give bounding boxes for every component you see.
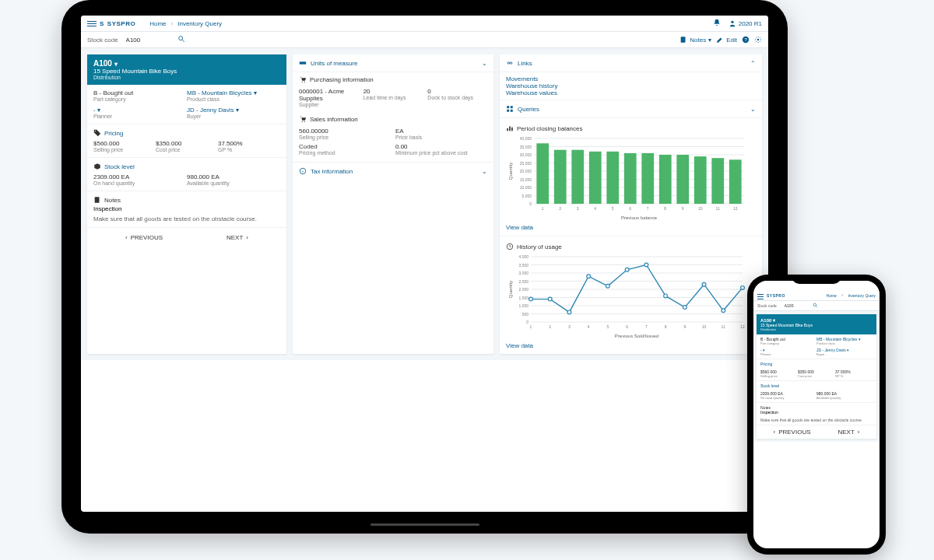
stockcode-input[interactable] bbox=[785, 303, 808, 308]
version-label: 2020 R1 bbox=[739, 20, 762, 27]
stock-title: Stock level bbox=[104, 163, 135, 170]
svg-text:4: 4 bbox=[594, 206, 596, 211]
user-badge[interactable]: 2020 R1 bbox=[729, 19, 762, 27]
svg-point-110 bbox=[702, 282, 706, 286]
svg-text:2,000: 2,000 bbox=[518, 287, 528, 292]
links-header[interactable]: Links ⌃ bbox=[500, 54, 762, 72]
edit-button[interactable]: Edit bbox=[716, 36, 737, 44]
stock-section: Stock level 2309.000 EAOn hand quantity … bbox=[87, 157, 286, 191]
part-category-label: Part category bbox=[93, 96, 187, 102]
queries-header[interactable]: Queries ⌄ bbox=[500, 100, 762, 118]
svg-point-108 bbox=[664, 294, 668, 298]
svg-text:2: 2 bbox=[559, 206, 561, 211]
svg-text:8: 8 bbox=[664, 206, 666, 211]
buyer-label: Buyer bbox=[187, 114, 280, 119]
search-icon[interactable] bbox=[813, 303, 818, 309]
item-card: A100 ▾ 15 Speed Mountain Bike Boys Distr… bbox=[757, 314, 876, 439]
svg-text:10,000: 10,000 bbox=[520, 185, 532, 190]
brand-name: SYSPRO bbox=[767, 293, 785, 298]
svg-rect-46 bbox=[554, 150, 567, 204]
svg-text:8: 8 bbox=[665, 324, 667, 329]
menu-icon[interactable] bbox=[87, 19, 97, 27]
buyer-value[interactable]: JD - Jenny Davis ▾ bbox=[187, 107, 280, 114]
svg-rect-9 bbox=[300, 61, 306, 64]
svg-text:12: 12 bbox=[733, 206, 738, 211]
breadcrumb-home[interactable]: Home bbox=[149, 20, 166, 27]
prev-button[interactable]: ‹ PREVIOUS bbox=[773, 429, 810, 436]
svg-rect-48 bbox=[571, 150, 584, 204]
svg-rect-50 bbox=[589, 152, 602, 204]
search-row: Stock code bbox=[753, 301, 880, 311]
view-data-line[interactable]: View data bbox=[500, 342, 762, 354]
svg-point-102 bbox=[548, 297, 552, 301]
stockcode-input[interactable] bbox=[126, 37, 173, 44]
svg-text:12: 12 bbox=[740, 324, 745, 329]
link-warehouse-values[interactable]: Warehouse values bbox=[506, 89, 756, 96]
onhand-value: 2309.000 EA bbox=[93, 173, 187, 180]
svg-point-6 bbox=[757, 39, 760, 41]
svg-text:500: 500 bbox=[522, 312, 529, 317]
uom-header[interactable]: Units of measure ⌄ bbox=[293, 54, 493, 72]
svg-point-106 bbox=[625, 268, 629, 271]
supplier-value[interactable]: 0000001 - Acme Supplies bbox=[299, 88, 359, 102]
svg-rect-52 bbox=[606, 152, 619, 204]
svg-text:0: 0 bbox=[526, 320, 528, 324]
bell-icon[interactable] bbox=[713, 19, 721, 28]
svg-point-17 bbox=[507, 62, 510, 65]
search-icon[interactable] bbox=[177, 35, 185, 44]
phone-notch bbox=[792, 275, 841, 284]
pricing-title: Pricing bbox=[104, 130, 123, 137]
user-icon bbox=[729, 19, 736, 27]
svg-text:6: 6 bbox=[626, 324, 628, 329]
product-class-value[interactable]: MB - Mountain Bicycles ▾ bbox=[187, 89, 280, 96]
item-card: A100 ▾ 15 Speed Mountain Bike Boys Distr… bbox=[87, 54, 286, 354]
chevron-right-icon: › bbox=[171, 20, 174, 27]
svg-text:11: 11 bbox=[721, 324, 725, 329]
purchasing-header: Purchasing information bbox=[293, 72, 493, 86]
svg-rect-64 bbox=[711, 158, 724, 204]
svg-rect-23 bbox=[507, 128, 508, 131]
svg-text:1: 1 bbox=[530, 324, 532, 329]
svg-text:1,000: 1,000 bbox=[518, 303, 528, 308]
grid-icon bbox=[506, 105, 514, 113]
svg-point-13 bbox=[304, 121, 305, 122]
pricing-section: Pricing $560.000Selling price $350.000Co… bbox=[87, 124, 286, 157]
svg-text:Quantity: Quantity bbox=[508, 281, 513, 298]
svg-text:20,000: 20,000 bbox=[520, 169, 532, 173]
notes-title: Notes bbox=[104, 197, 121, 204]
svg-rect-19 bbox=[507, 106, 509, 108]
svg-point-115 bbox=[813, 303, 816, 306]
planner-value[interactable]: - ▾ bbox=[93, 107, 187, 114]
svg-text:Quantity: Quantity bbox=[508, 163, 513, 180]
svg-rect-21 bbox=[507, 110, 509, 112]
chevron-up-icon: ⌃ bbox=[750, 60, 756, 67]
tax-header[interactable]: Tax information ⌄ bbox=[293, 162, 493, 180]
notes-button[interactable]: Notes ▾ bbox=[679, 36, 711, 44]
svg-text:10: 10 bbox=[702, 324, 707, 329]
chevron-down-icon: ⌄ bbox=[482, 60, 487, 67]
svg-point-112 bbox=[741, 286, 745, 290]
help-icon[interactable]: ? bbox=[742, 36, 750, 44]
tablet-screen: S SYSPRO Home › Inventory Query 2020 R1 … bbox=[81, 16, 768, 512]
svg-rect-58 bbox=[659, 155, 672, 204]
svg-text:10: 10 bbox=[698, 206, 703, 211]
svg-line-116 bbox=[816, 306, 817, 307]
gear-icon[interactable] bbox=[754, 36, 762, 44]
menu-icon[interactable] bbox=[757, 292, 764, 298]
prev-button[interactable]: ‹ PREVIOUS bbox=[125, 234, 163, 241]
breadcrumb-home[interactable]: Home bbox=[826, 293, 836, 298]
next-button[interactable]: NEXT › bbox=[837, 429, 859, 436]
link-movements[interactable]: Movements bbox=[506, 75, 756, 82]
chevron-down-icon[interactable]: ▾ bbox=[114, 61, 118, 68]
chevron-down-icon: ▾ bbox=[708, 37, 711, 44]
view-data-bar[interactable]: View data bbox=[500, 224, 762, 236]
cart-icon bbox=[299, 115, 307, 123]
next-button[interactable]: NEXT › bbox=[226, 234, 248, 241]
notes-section: Notes Inspection Make sure that all good… bbox=[87, 191, 286, 227]
brand-logo[interactable]: S bbox=[100, 20, 104, 27]
item-code: A100 bbox=[93, 59, 112, 68]
search-row: Stock code Notes ▾ Edit ? bbox=[81, 32, 768, 48]
svg-text:4: 4 bbox=[588, 324, 590, 329]
link-warehouse-history[interactable]: Warehouse history bbox=[506, 82, 756, 89]
svg-point-104 bbox=[587, 275, 591, 278]
